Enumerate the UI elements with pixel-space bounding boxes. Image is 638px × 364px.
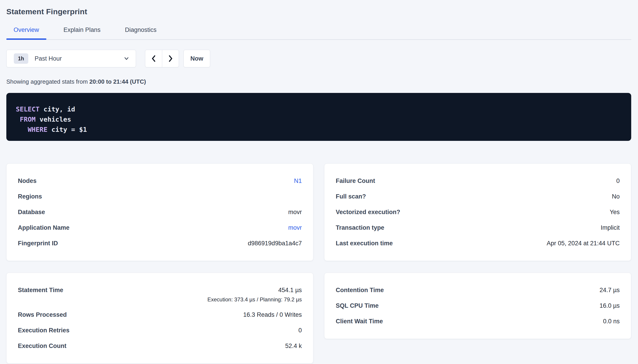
sql-cpu-time-value: 16.0 µs	[599, 302, 620, 309]
sql-statement-box: SELECT city, id FROM vehicles WHERE city…	[6, 93, 631, 141]
database-row: Database movr	[18, 204, 302, 220]
full-scan-value: No	[612, 193, 620, 200]
execution-retries-value: 0	[298, 327, 302, 334]
execution-count-row: Execution Count 52.4 k	[18, 338, 302, 354]
time-toolbar: 1h Past Hour	[6, 50, 631, 67]
tab-explain-plans[interactable]: Explain Plans	[56, 26, 108, 39]
last-execution-time-row: Last execution time Apr 05, 2024 at 21:4…	[336, 236, 620, 251]
sql-cpu-time-row: SQL CPU Time 16.0 µs	[336, 298, 620, 314]
contention-time-row: Contention Time 24.7 µs	[336, 282, 620, 298]
sql-line: FROM vehicles	[16, 114, 622, 124]
time-range-select[interactable]: 1h Past Hour	[6, 50, 136, 67]
row-label: Database	[18, 209, 45, 216]
row-label: Full scan?	[336, 193, 366, 200]
statement-fingerprint-page: Statement Fingerprint Overview Explain P…	[0, 0, 638, 364]
row-label: Vectorized execution?	[336, 209, 400, 216]
sql-line: WHERE city = $1	[16, 124, 622, 135]
nodes-link[interactable]: N1	[294, 178, 302, 184]
time-step-buttons	[145, 50, 179, 67]
rows-processed-row: Rows Processed 16.3 Reads / 0 Writes	[18, 307, 302, 323]
row-label: SQL CPU Time	[336, 302, 379, 309]
row-label: Statement Time	[18, 287, 63, 294]
statement-time-values: 454.1 µs Execution: 373.4 µs / Planning:…	[208, 287, 302, 303]
details-grid: Nodes N1 Regions Database movr Applicati…	[6, 164, 631, 364]
tab-bar: Overview Explain Plans Diagnostics	[6, 26, 631, 40]
aggregated-stats-prefix: Showing aggregated stats from	[6, 78, 89, 85]
row-label: Application Name	[18, 224, 70, 231]
statement-time-value: 454.1 µs	[278, 287, 302, 294]
row-label: Rows Processed	[18, 311, 67, 318]
page-title: Statement Fingerprint	[6, 7, 631, 16]
vectorized-execution-value: Yes	[610, 209, 620, 216]
wait-times-card: Contention Time 24.7 µs SQL CPU Time 16.…	[324, 273, 631, 339]
row-label: Execution Retries	[18, 327, 70, 334]
tab-diagnostics[interactable]: Diagnostics	[118, 26, 164, 39]
time-range-label: Past Hour	[35, 55, 62, 62]
execution-count-value: 52.4 k	[285, 342, 302, 350]
regions-row: Regions	[18, 189, 302, 204]
chevron-down-icon	[123, 55, 130, 62]
previous-interval-button[interactable]	[145, 50, 162, 67]
aggregated-stats-line: Showing aggregated stats from 20:00 to 2…	[6, 78, 631, 85]
failure-count-value: 0	[616, 178, 620, 184]
overview-left-card: Nodes N1 Regions Database movr Applicati…	[6, 164, 313, 261]
row-label: Nodes	[18, 178, 37, 184]
time-range-badge: 1h	[14, 53, 28, 64]
failure-count-row: Failure Count 0	[336, 173, 620, 189]
client-wait-time-value: 0.0 ns	[603, 318, 620, 325]
row-label: Contention Time	[336, 287, 384, 294]
row-label: Execution Count	[18, 342, 67, 350]
nodes-row: Nodes N1	[18, 173, 302, 189]
chevron-left-icon	[150, 54, 157, 63]
last-execution-time-value: Apr 05, 2024 at 21:44 UTC	[547, 240, 620, 247]
rows-processed-value: 16.3 Reads / 0 Writes	[243, 311, 302, 318]
statement-time-row: Statement Time 454.1 µs Execution: 373.4…	[18, 282, 302, 307]
fingerprint-id-row: Fingerprint ID d986919d9ba1a4c7	[18, 236, 302, 251]
sql-line: SELECT city, id	[16, 104, 622, 114]
contention-time-value: 24.7 µs	[599, 287, 620, 294]
aggregated-stats-range: 20:00 to 21:44 (UTC)	[89, 78, 146, 85]
client-wait-time-row: Client Wait Time 0.0 ns	[336, 314, 620, 329]
application-name-link[interactable]: movr	[288, 224, 302, 231]
chevron-right-icon	[167, 54, 174, 63]
transaction-type-value: Implicit	[601, 224, 620, 231]
row-label: Last execution time	[336, 240, 393, 247]
now-button[interactable]: Now	[184, 50, 210, 67]
transaction-type-row: Transaction type Implicit	[336, 220, 620, 236]
row-label: Client Wait Time	[336, 318, 383, 325]
statement-stats-card: Statement Time 454.1 µs Execution: 373.4…	[6, 273, 313, 364]
row-label: Regions	[18, 193, 42, 200]
full-scan-row: Full scan? No	[336, 189, 620, 204]
statement-time-breakdown: Execution: 373.4 µs / Planning: 79.2 µs	[208, 296, 302, 303]
row-label: Fingerprint ID	[18, 240, 58, 247]
fingerprint-id-value: d986919d9ba1a4c7	[248, 240, 302, 247]
overview-right-card: Failure Count 0 Full scan? No Vectorized…	[324, 164, 631, 261]
vectorized-execution-row: Vectorized execution? Yes	[336, 204, 620, 220]
tab-overview[interactable]: Overview	[6, 26, 46, 39]
row-label: Transaction type	[336, 224, 384, 231]
row-label: Failure Count	[336, 178, 375, 184]
application-name-row: Application Name movr	[18, 220, 302, 236]
execution-retries-row: Execution Retries 0	[18, 323, 302, 338]
database-value: movr	[288, 209, 302, 216]
next-interval-button[interactable]	[162, 50, 179, 67]
